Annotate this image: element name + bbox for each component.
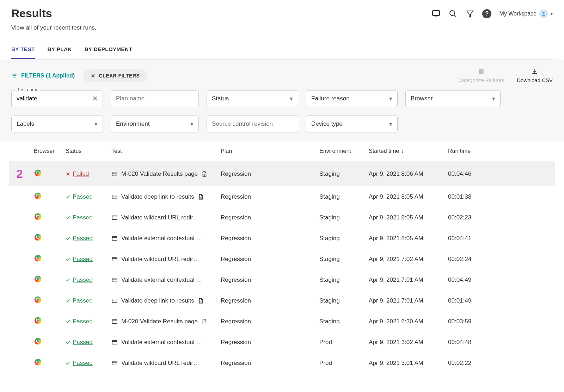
svg-rect-46 xyxy=(112,278,117,282)
table-header: Browser Status Test Plan Environment Sta… xyxy=(9,141,555,161)
test-cell: M-020 Validate Results page xyxy=(111,170,221,178)
started-cell: Apr 9, 2021 8:06 AM xyxy=(369,170,448,178)
failure-reason-dropdown[interactable]: Failure reason ▾ xyxy=(306,90,398,107)
plan-cell: Regression xyxy=(221,193,319,200)
avatar-icon xyxy=(539,10,548,18)
col-runtime[interactable]: Run time xyxy=(448,148,504,154)
runtime-cell: 00:02:23 xyxy=(448,214,504,221)
plan-cell: Regression xyxy=(221,276,319,284)
row-badge: 2 xyxy=(16,167,34,181)
monitor-icon[interactable] xyxy=(431,9,441,18)
col-status[interactable]: Status xyxy=(66,148,111,154)
table-row[interactable]: Passed Validate external contextual help… xyxy=(9,228,555,249)
table-row[interactable]: Passed Validate wildcard URL redirects R… xyxy=(9,249,555,269)
col-environment[interactable]: Environment xyxy=(319,148,369,154)
table-row[interactable]: Passed M-020 Validate Results page Regre… xyxy=(9,311,555,332)
status-link[interactable]: Passed xyxy=(66,360,111,367)
plan-name-field[interactable] xyxy=(111,90,199,107)
filter-icon[interactable] xyxy=(465,9,474,18)
browser-cell xyxy=(34,254,66,264)
status-link[interactable]: Passed xyxy=(66,214,111,221)
table-row[interactable]: Passed Validate external contextual help… xyxy=(9,332,555,353)
status-dropdown[interactable]: Status ▾ xyxy=(207,90,298,107)
runtime-cell: 00:01:38 xyxy=(448,193,504,200)
test-name[interactable]: M-020 Validate Results page xyxy=(121,318,198,325)
svg-rect-41 xyxy=(112,257,117,261)
started-cell: Apr 9, 2021 7:01 AM xyxy=(369,297,448,304)
status-link[interactable]: Failed xyxy=(66,170,111,178)
filter-fields-row-1: Test name ✕ Status ▾ Failure reason ▾ Br… xyxy=(0,87,564,116)
window-icon xyxy=(111,277,118,283)
runtime-cell: 00:04:41 xyxy=(448,235,504,242)
browser-cell xyxy=(34,234,66,243)
runtime-cell: 00:01:49 xyxy=(448,297,504,304)
runtime-cell: 00:02:22 xyxy=(448,360,504,367)
env-cell: Staging xyxy=(319,235,369,242)
svg-point-3 xyxy=(450,11,455,15)
test-name[interactable]: M-020 Validate Results page xyxy=(121,170,198,178)
test-cell: Validate wildcard URL redirects xyxy=(111,214,221,221)
runtime-cell: 00:04:48 xyxy=(448,339,504,346)
title-area: Results View all of your recent test run… xyxy=(11,7,97,31)
chevron-down-icon: ▾ xyxy=(290,95,293,102)
chevron-down-icon: ▾ xyxy=(551,11,553,16)
browser-dropdown[interactable]: Browser ▾ xyxy=(405,90,501,107)
environment-dropdown[interactable]: Environment ▾ xyxy=(111,116,199,132)
workspace-dropdown[interactable]: My Workspace ▾ xyxy=(499,10,553,18)
runtime-cell: 00:04:49 xyxy=(448,276,504,284)
categorize-failures-button[interactable]: ! Categorize Failures xyxy=(458,68,504,83)
table-row[interactable]: 2 Failed M-020 Validate Results page Reg… xyxy=(9,161,555,186)
plan-cell: Regression xyxy=(221,297,319,304)
status-link[interactable]: Passed xyxy=(66,276,111,284)
table-row[interactable]: Passed Validate deep link to results Reg… xyxy=(9,186,555,207)
status-link[interactable]: Passed xyxy=(66,339,111,346)
labels-dropdown[interactable]: Labels ▾ xyxy=(11,116,103,132)
test-name[interactable]: Validate deep link to results xyxy=(121,193,194,200)
test-name[interactable]: Validate wildcard URL redirects xyxy=(121,256,202,263)
col-started[interactable]: Started time ↓ xyxy=(369,148,448,154)
source-revision-input[interactable] xyxy=(212,120,293,127)
help-icon[interactable]: ? xyxy=(482,9,491,18)
table-row[interactable]: Passed Validate wildcard URL redirects R… xyxy=(9,207,555,228)
chevron-down-icon: ▾ xyxy=(492,95,495,102)
test-name[interactable]: Validate external contextual help xyxy=(121,235,202,242)
test-name-input[interactable] xyxy=(17,95,92,102)
started-cell: Apr 9, 2021 3:02 AM xyxy=(369,339,448,346)
tabs: BY TEST BY PLAN BY DEPLOYMENT xyxy=(11,46,553,60)
status-link[interactable]: Passed xyxy=(66,235,111,242)
table-row[interactable]: Passed Validate wildcard URL redirects R… xyxy=(9,353,555,373)
status-link[interactable]: Passed xyxy=(66,193,111,200)
test-name-field[interactable]: Test name ✕ xyxy=(11,90,103,107)
test-name[interactable]: Validate external contextual help xyxy=(121,276,202,284)
filters-toggle[interactable]: FILTERS (1 Applied) xyxy=(11,73,75,79)
page-title: Results xyxy=(11,7,97,20)
search-icon[interactable] xyxy=(448,9,458,18)
test-name[interactable]: Validate external contextual help xyxy=(121,339,202,346)
table-row[interactable]: Passed Validate external contextual help… xyxy=(9,269,555,290)
device-type-dropdown[interactable]: Device type ▾ xyxy=(306,116,398,132)
status-link[interactable]: Passed xyxy=(66,318,111,325)
source-revision-field[interactable] xyxy=(207,116,298,132)
started-cell: Apr 9, 2021 7:02 AM xyxy=(369,256,448,263)
clear-filters-button[interactable]: ✕ CLEAR FILTERS xyxy=(83,69,147,82)
browser-cell xyxy=(34,358,66,368)
download-csv-button[interactable]: Download CSV xyxy=(517,68,553,83)
table-row[interactable]: Passed Validate deep link to results Reg… xyxy=(9,290,555,311)
window-icon xyxy=(111,298,118,304)
plan-name-input[interactable] xyxy=(116,95,194,102)
document-icon xyxy=(201,171,208,177)
col-test[interactable]: Test xyxy=(111,148,221,154)
tab-by-deployment[interactable]: BY DEPLOYMENT xyxy=(85,46,132,59)
col-browser[interactable]: Browser xyxy=(34,148,66,154)
clear-input-icon[interactable]: ✕ xyxy=(92,95,98,102)
test-name[interactable]: Validate wildcard URL redirects xyxy=(121,214,202,221)
status-link[interactable]: Passed xyxy=(66,256,111,263)
tab-by-test[interactable]: BY TEST xyxy=(11,46,35,59)
env-cell: Staging xyxy=(319,276,369,284)
tab-by-plan[interactable]: BY PLAN xyxy=(48,46,72,59)
plan-cell: Regression xyxy=(221,256,319,263)
col-plan[interactable]: Plan xyxy=(221,148,319,154)
test-name[interactable]: Validate deep link to results xyxy=(121,297,194,304)
test-name[interactable]: Validate wildcard URL redirects xyxy=(121,360,202,367)
status-link[interactable]: Passed xyxy=(66,297,111,304)
